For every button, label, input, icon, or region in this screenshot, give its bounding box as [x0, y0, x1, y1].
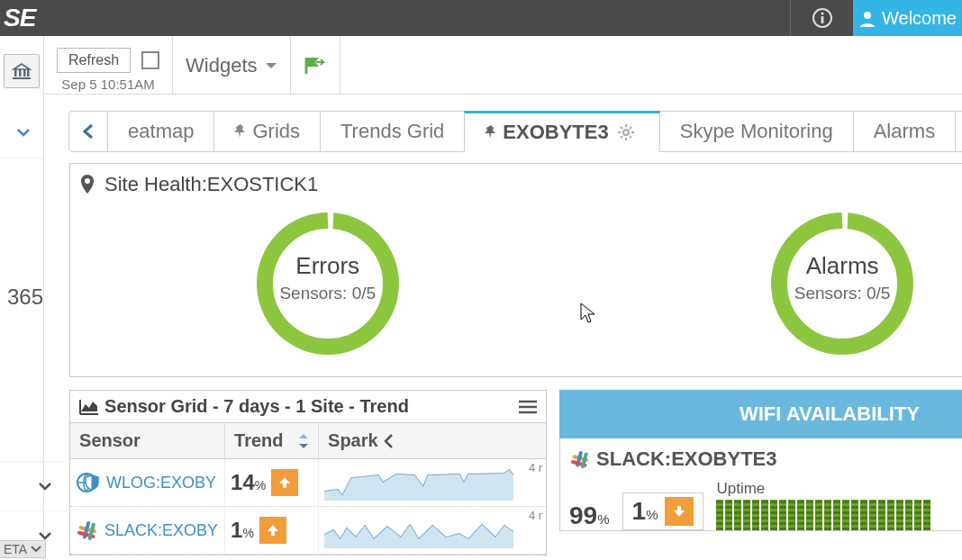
bank-button[interactable]: [4, 54, 40, 88]
trend-up-badge: [259, 517, 286, 544]
welcome-label: Welcome: [882, 8, 957, 29]
site-health-panel: Site Health: EXOSTICK1 Errors Sensors: 0…: [69, 163, 962, 377]
tab-exobyte3[interactable]: EXOBYTE3: [464, 111, 659, 152]
sidebar-365: 365: [0, 158, 43, 310]
wifi-panel: WIFI AVAILABILITY SLACK:EXOBYTE3 99% 1%: [559, 390, 962, 555]
svg-rect-6: [23, 69, 26, 77]
svg-rect-4: [14, 69, 17, 77]
tab-grids[interactable]: Grids: [213, 111, 321, 152]
sort-icon: [298, 433, 309, 449]
svg-point-9: [623, 130, 629, 135]
col-spark[interactable]: Spark: [319, 423, 546, 458]
sensor-grid-header: Sensor Trend Spark: [70, 423, 546, 459]
errors-gauge-title: Errors: [251, 252, 404, 280]
chevron-left-icon: [82, 123, 95, 140]
tab-skype[interactable]: Skype Monitoring: [659, 111, 854, 152]
spark-label: 4 r: [529, 461, 542, 474]
flag-export-icon: [304, 55, 327, 77]
site-health-title: Site Health:: [104, 173, 207, 196]
sensor-spark[interactable]: 4 r: [319, 507, 546, 554]
uptime-column: Uptime: [716, 480, 962, 530]
tab-heatmap[interactable]: eatmap: [107, 111, 214, 152]
wifi-change-box: 1%: [622, 492, 704, 530]
errors-gauge[interactable]: Errors Sensors: 0/5: [251, 207, 404, 360]
tabs-wrap: eatmap Grids Trends Grid EXOBYTE3 Skype …: [44, 95, 962, 152]
eta-badge: ETA: [0, 540, 46, 558]
info-icon-box[interactable]: [790, 0, 853, 36]
pin-icon: [485, 125, 497, 140]
export-button[interactable]: [291, 36, 340, 95]
sensor-spark[interactable]: 4 r: [319, 459, 546, 506]
widgets-dropdown[interactable]: Widgets: [173, 36, 290, 95]
alarms-gauge[interactable]: Alarms Sensors: 0/5: [766, 207, 919, 360]
col-sensor[interactable]: Sensor: [70, 423, 225, 458]
spark-label: 4 r: [529, 509, 542, 522]
wifi-title: WIFI AVAILABILITY: [559, 390, 962, 438]
topbar: SE Welcome: [0, 0, 962, 36]
globe-shield-icon: [76, 470, 101, 495]
svg-rect-5: [19, 69, 22, 77]
svg-line-16: [630, 127, 631, 129]
toolbar: Refresh Sep 5 10:51AM Widgets: [44, 36, 962, 95]
sparkline-chart: [324, 465, 513, 501]
sensor-trend: 14%: [225, 459, 319, 506]
slack-icon: [76, 519, 99, 542]
location-pin-icon: [79, 175, 95, 194]
welcome-box[interactable]: Welcome: [853, 0, 962, 36]
svg-line-14: [621, 127, 622, 129]
svg-rect-7: [27, 69, 30, 77]
refresh-cell: Refresh Sep 5 10:51AM: [44, 36, 173, 95]
site-health-site: EXOSTICK1: [207, 173, 318, 196]
col-trend[interactable]: Trend: [225, 423, 319, 458]
trend-down-badge: [665, 497, 694, 526]
tab-trends-grid[interactable]: Trends Grid: [320, 111, 465, 152]
refresh-timestamp: Sep 5 10:51AM: [61, 77, 154, 92]
chevron-down-icon: [16, 125, 31, 140]
pin-icon: [234, 124, 247, 139]
site-health-header: Site Health: EXOSTICK1: [70, 173, 962, 196]
lower-panels: Sensor Grid - 7 days - 1 Site - Trend Se…: [69, 390, 962, 555]
wifi-uptime-pct: 99%: [569, 501, 610, 530]
logo-fragment: SE: [0, 4, 35, 32]
errors-gauge-sub: Sensors: 0/5: [251, 284, 404, 303]
arrow-up-icon: [266, 523, 280, 537]
sensor-grid-title: Sensor Grid - 7 days - 1 Site - Trend: [104, 396, 409, 417]
topbar-right: Welcome: [790, 0, 962, 36]
main-content: Refresh Sep 5 10:51AM Widgets: [44, 36, 962, 560]
tab-label: Grids: [252, 120, 300, 143]
tab-alarms[interactable]: Alarms: [853, 111, 956, 152]
sidebar-collapse-1[interactable]: [0, 106, 43, 158]
slack-icon: [569, 448, 591, 470]
svg-line-17: [621, 136, 622, 138]
user-icon: [858, 9, 876, 27]
hamburger-icon[interactable]: [519, 400, 537, 414]
sensor-grid-panel: Sensor Grid - 7 days - 1 Site - Trend Se…: [69, 390, 547, 555]
arrow-down-icon: [672, 504, 686, 519]
svg-rect-2: [821, 16, 823, 23]
area-chart-icon: [79, 399, 99, 415]
sensor-name[interactable]: SLACK:EXOBY: [70, 507, 225, 554]
caret-down-icon: [265, 59, 277, 72]
tab-prev[interactable]: [68, 111, 108, 152]
auto-refresh-checkbox[interactable]: [141, 51, 159, 69]
svg-line-15: [630, 136, 631, 138]
chevron-down-icon: [31, 544, 41, 555]
wifi-sensor-name[interactable]: SLACK:EXOBYTE3: [569, 447, 962, 471]
alarms-gauge-title: Alarms: [766, 252, 919, 280]
svg-point-1: [821, 12, 823, 14]
arrow-up-icon: [277, 475, 292, 490]
info-icon: [812, 7, 833, 29]
alarms-gauge-sub: Sensors: 0/5: [766, 284, 919, 303]
sensor-trend: 1%: [225, 507, 319, 554]
sparkline-chart: [324, 512, 513, 548]
gear-icon[interactable]: [618, 124, 634, 140]
uptime-bars[interactable]: [716, 500, 962, 530]
tab-errors[interactable]: Errors: [955, 111, 962, 152]
chevron-left-icon: [384, 434, 395, 448]
widgets-label: Widgets: [186, 54, 257, 77]
left-sidebar: 365 ETA: [0, 36, 44, 560]
bank-icon: [12, 62, 32, 80]
sensor-name[interactable]: WLOG:EXOBY: [70, 459, 225, 506]
tab-label: EXOBYTE3: [503, 121, 608, 144]
refresh-button[interactable]: Refresh: [57, 48, 131, 73]
